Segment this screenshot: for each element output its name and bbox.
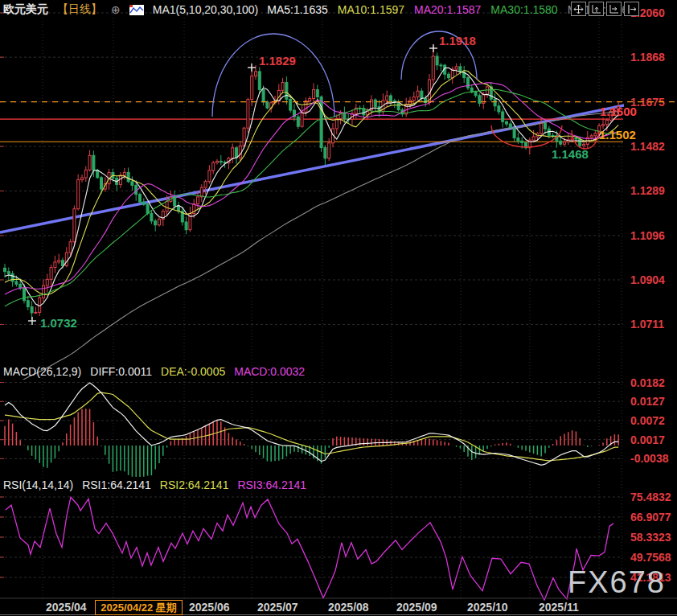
candle-body (62, 261, 64, 266)
candle-body (236, 148, 238, 158)
candle-body (478, 96, 481, 104)
candle-body (4, 268, 6, 271)
macd-value: MACD:0.0032 (234, 365, 305, 378)
candle-body (564, 142, 566, 145)
diff-line (5, 383, 618, 466)
rsi3-value: RSI3:64.2141 (237, 478, 306, 491)
circle-plus-icon[interactable]: ⊕ (111, 3, 121, 16)
axis-label: 0.0182 (630, 376, 665, 389)
candle-body (232, 148, 234, 158)
macd-diff-value: DIFF:0.0011 (90, 365, 152, 378)
candle-body (540, 123, 543, 133)
candle-body (247, 100, 249, 129)
price-annotation: 1.1468 (552, 147, 589, 161)
extreme-cross-marker (28, 317, 36, 325)
candle-body (146, 204, 149, 213)
candle-body (301, 112, 303, 126)
rsi-pane[interactable] (6, 497, 613, 600)
chart-style-icon[interactable] (129, 5, 144, 15)
candle-body (127, 172, 129, 182)
selected-date-badge: 2025/04/22 星期二 (95, 600, 183, 615)
candle-body (590, 136, 593, 138)
chart-canvas[interactable]: 1.20601.18681.16751.14821.12891.10961.09… (0, 0, 677, 616)
candle-body (31, 306, 33, 312)
candle-body (65, 253, 68, 265)
candle-body (96, 170, 99, 178)
rsi2-value: RSI2:64.2141 (160, 478, 229, 491)
price-line-label: 1.1600 (600, 105, 637, 118)
candle-body (139, 195, 142, 202)
macd-pane[interactable] (5, 383, 618, 478)
candle-body (316, 90, 318, 97)
candle-body (123, 172, 125, 175)
candle-body (7, 272, 10, 274)
extreme-cross-marker (248, 64, 256, 72)
price-annotation: 1.0732 (40, 316, 77, 330)
pane-shift-icon[interactable] (624, 2, 639, 16)
axis-label: 1.1482 (630, 140, 665, 153)
axis-label: 1.0711 (630, 318, 664, 331)
price-pane[interactable] (0, 46, 632, 390)
date-label: 2025/11 (539, 601, 579, 614)
candle-body (11, 273, 14, 281)
date-label: 2025/07 (257, 601, 298, 614)
axis-label: 0.0127 (630, 395, 665, 408)
y-axis-tool-icon[interactable] (589, 2, 604, 16)
macd-header: MACD(26,12,9) DIFF:0.0011 DEA:-0.0005 MA… (3, 365, 305, 378)
watermark: FX678 (568, 565, 666, 600)
candle-body (204, 182, 207, 188)
rsi-header: RSI(14,14,14) RSI1:64.2141 RSI2:64.2141 … (3, 478, 306, 491)
candle-body (46, 279, 48, 285)
candle-body (583, 144, 585, 146)
price-line-label: 1.1502 (599, 128, 636, 142)
candle-body (412, 97, 415, 101)
candle-body (212, 162, 215, 170)
candle-body (467, 78, 470, 88)
price-axis: 1.20601.18681.16751.14821.12891.10961.09… (630, 6, 671, 584)
candle-body (174, 197, 176, 206)
axis-label: 75.4832 (630, 491, 671, 503)
x-axis-tool-icon[interactable] (606, 2, 622, 16)
candle-body (397, 103, 400, 110)
candle-body (77, 180, 80, 209)
candle-body (343, 113, 346, 119)
candle-body (258, 72, 261, 90)
candle-body (386, 96, 388, 101)
candle-body (81, 178, 84, 180)
candle-body (262, 89, 265, 101)
candle-body (50, 268, 52, 280)
candle-body (243, 128, 245, 146)
candle-body (486, 87, 489, 94)
candle-body (305, 101, 307, 113)
candle-body (154, 221, 157, 225)
candle-body (15, 281, 18, 284)
candle-body (43, 285, 45, 298)
candle-body (101, 178, 103, 189)
candle-body (69, 242, 72, 253)
rsi-title: RSI(14,14,14) (3, 478, 73, 491)
ma30-line (5, 89, 618, 306)
axis-label: 1.0904 (630, 273, 665, 286)
candle-body (216, 161, 219, 162)
date-axis: 2025/04/22 星期二 2025/042025/062025/072025… (0, 600, 677, 616)
candle-body (208, 170, 211, 182)
candle-body (502, 112, 504, 121)
period-label[interactable]: 【日线】 (57, 2, 102, 17)
candle-body (200, 187, 203, 197)
candle-body (19, 284, 22, 288)
axis-label: 0.0017 (630, 433, 665, 446)
candle-body (421, 91, 423, 98)
axis-label: 49.7568 (630, 551, 671, 564)
candle-body (158, 220, 161, 225)
candle-body (521, 141, 523, 142)
date-label: 2025/10 (467, 601, 508, 614)
candle-body (220, 161, 222, 162)
candle-body (517, 138, 519, 142)
candle-body (178, 206, 180, 211)
ma5-value: MA5:1.1635 (267, 3, 328, 16)
chart-toolbar (571, 2, 639, 16)
candle-body (58, 261, 60, 262)
candle-body (455, 67, 457, 69)
candle-body (532, 137, 535, 140)
move-crosshair-icon[interactable] (571, 2, 586, 16)
